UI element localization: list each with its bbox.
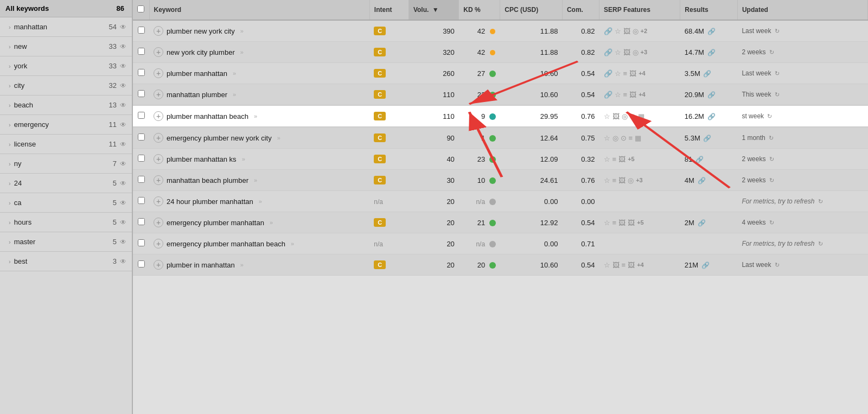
row-checkbox[interactable]: [138, 90, 145, 97]
updated-cell: For metrics, try to refresh ↻: [737, 233, 867, 254]
cpc-cell: 29.95: [500, 105, 563, 127]
keyword-expand-icon[interactable]: »: [233, 70, 236, 77]
sidebar-item-manhattan[interactable]: › manhattan 54 👁: [0, 17, 132, 37]
kd-cell: n/a: [459, 191, 500, 212]
table-row: + emergency plumber new york city » C 90…: [133, 127, 868, 149]
serp-feature-icon: 🖼: [629, 69, 636, 78]
chevron-icon: ›: [9, 161, 11, 167]
kd-dot: [489, 71, 496, 77]
results-cell: 16.2M 🔗: [680, 105, 738, 127]
com-cell: 0.54: [562, 254, 599, 276]
row-checkbox-cell: [133, 63, 149, 84]
header-volume[interactable]: Volu. ▼: [409, 0, 458, 20]
row-checkbox[interactable]: [138, 155, 145, 162]
com-cell: 0.54: [562, 63, 599, 84]
add-keyword-icon[interactable]: +: [154, 239, 163, 249]
sidebar-item-license[interactable]: › license 11 👁: [0, 135, 132, 154]
keyword-expand-icon[interactable]: »: [254, 177, 257, 183]
serp-feature-icon: ☆: [604, 261, 610, 269]
keyword-text: manhattan beach plumber: [167, 176, 248, 184]
keyword-expand-icon[interactable]: »: [270, 219, 273, 226]
row-checkbox[interactable]: [138, 133, 145, 141]
chevron-icon: ›: [9, 63, 11, 69]
cpc-cell: 12.09: [500, 149, 563, 170]
cpc-cell: 0.00: [500, 191, 563, 212]
row-checkbox[interactable]: [138, 260, 145, 267]
keyword-text: plumber new york city: [167, 27, 235, 35]
keyword-expand-icon[interactable]: »: [259, 198, 262, 205]
add-keyword-icon[interactable]: +: [154, 26, 163, 36]
serp-feature-icon: 🖼: [628, 261, 635, 269]
add-keyword-icon[interactable]: +: [154, 90, 163, 99]
serp-feature-icon: ≡: [612, 176, 617, 184]
results-count: 3.5M: [685, 69, 700, 78]
add-keyword-icon[interactable]: +: [154, 111, 163, 121]
sidebar-item-24[interactable]: › 24 5 👁: [0, 174, 132, 193]
updated-cell: 2 weeks ↻: [737, 170, 867, 191]
volume-cell: 110: [409, 105, 458, 127]
sidebar-item-hours[interactable]: › hours 5 👁: [0, 213, 132, 232]
sidebar-item-ny[interactable]: › ny 7 👁: [0, 154, 132, 174]
sidebar-item-new[interactable]: › new 33 👁: [0, 37, 132, 56]
serp-plus: +5: [628, 156, 635, 162]
row-checkbox[interactable]: [138, 69, 145, 76]
keyword-expand-icon[interactable]: »: [233, 91, 236, 98]
sidebar-item-count: 5: [113, 238, 117, 246]
serp-feature-icon: ≡: [612, 219, 617, 227]
keyword-expand-icon[interactable]: »: [277, 135, 280, 141]
serp-feature-icon: ◎: [628, 176, 634, 184]
cpc-cell: 12.92: [500, 212, 563, 233]
add-keyword-icon[interactable]: +: [154, 196, 163, 206]
cpc-cell: 11.88: [500, 42, 563, 63]
results-icon: 🔗: [695, 156, 704, 163]
keyword-expand-icon[interactable]: »: [291, 240, 294, 247]
eye-icon: 👁: [120, 141, 126, 148]
sidebar-item-ca[interactable]: › ca 5 👁: [0, 193, 132, 213]
keyword-expand-icon[interactable]: »: [240, 28, 244, 34]
table-row: + plumber manhattan » C 260 27 10.60 0.5…: [133, 63, 868, 84]
add-keyword-icon[interactable]: +: [154, 175, 163, 185]
select-all-checkbox[interactable]: [137, 5, 144, 12]
sidebar-item-beach[interactable]: › beach 13 👁: [0, 95, 132, 115]
results-cell: [680, 191, 738, 212]
sidebar-item-city[interactable]: › city 32 👁: [0, 76, 132, 95]
row-checkbox[interactable]: [138, 176, 145, 183]
table-row: + emergency plumber manhattan » C 20 21 …: [133, 212, 868, 233]
results-count: 14.7M: [685, 48, 704, 56]
kd-na: n/a: [476, 198, 485, 206]
row-checkbox[interactable]: [138, 218, 145, 225]
keyword-expand-icon[interactable]: »: [254, 113, 257, 119]
add-keyword-icon[interactable]: +: [154, 154, 163, 164]
serp-cell: 🔗☆≡🖼+4: [599, 63, 680, 84]
keyword-expand-icon[interactable]: »: [240, 262, 244, 268]
row-checkbox[interactable]: [138, 48, 145, 55]
sidebar-item-emergency[interactable]: › emergency 11 👁: [0, 115, 132, 135]
add-keyword-icon[interactable]: +: [154, 260, 163, 270]
row-checkbox[interactable]: [138, 112, 145, 119]
keyword-expand-icon[interactable]: »: [240, 49, 244, 55]
eye-icon: 👁: [120, 180, 126, 187]
sidebar-item-label: manhattan: [14, 23, 47, 31]
serp-feature-icon: 🖼: [629, 91, 636, 99]
add-keyword-icon[interactable]: +: [154, 133, 163, 143]
row-checkbox[interactable]: [138, 197, 145, 204]
serp-feature-icon: ◎: [633, 48, 639, 56]
keyword-cell: + plumber manhattan beach »: [149, 105, 369, 127]
intent-cell: C: [369, 42, 409, 63]
keyword-cell: + emergency plumber manhattan beach »: [149, 233, 369, 254]
eye-icon: 👁: [120, 101, 126, 109]
keyword-expand-icon[interactable]: »: [242, 156, 245, 162]
add-keyword-icon[interactable]: +: [154, 47, 163, 57]
row-checkbox[interactable]: [138, 239, 145, 246]
add-keyword-icon[interactable]: +: [154, 218, 163, 227]
serp-feature-icon: 🖼: [618, 219, 626, 227]
sidebar-item-master[interactable]: › master 5 👁: [0, 232, 132, 252]
serp-cell: 🔗☆🖼◎+2: [599, 20, 680, 42]
add-keyword-icon[interactable]: +: [154, 68, 163, 78]
serp-feature-icon: 🔗: [604, 27, 612, 35]
sidebar-item-best[interactable]: › best 3 👁: [0, 252, 132, 271]
sidebar-item-york[interactable]: › york 33 👁: [0, 56, 132, 76]
table-header-row: Keyword Intent Volu. ▼ KD % CPC (USD) Co…: [133, 0, 868, 20]
sidebar-item-label: master: [14, 238, 36, 246]
row-checkbox[interactable]: [138, 27, 145, 34]
